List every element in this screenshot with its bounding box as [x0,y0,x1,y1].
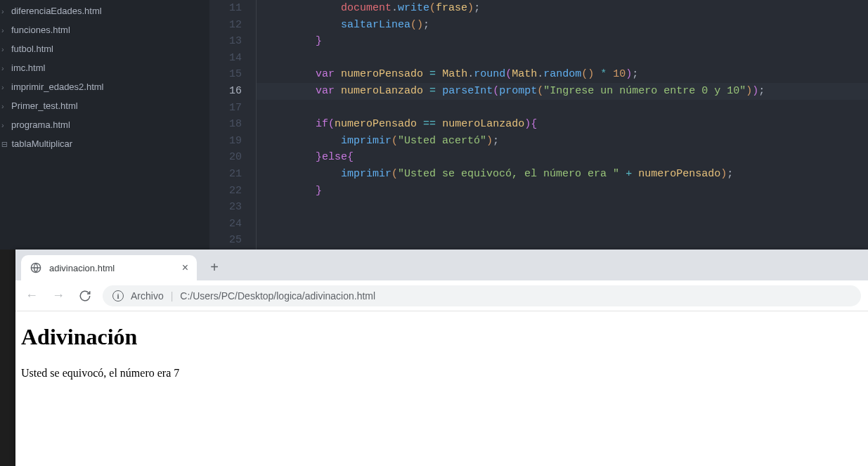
code-pane: 111213141516171819202122232425 document.… [209,0,868,250]
back-button[interactable]: ← [22,287,41,305]
line-number: 18 [209,116,242,133]
chevron-right-icon: › [1,26,7,34]
file-tree-label: diferenciaEdades.html [11,6,102,16]
file-tree-item[interactable]: ›Primer_test.html [0,96,209,115]
code-line[interactable]: }else{ [257,149,868,166]
reload-button[interactable] [76,287,94,305]
file-tree-item[interactable]: ›funciones.html [0,20,209,39]
file-tree-label: tablaMultiplicar [11,138,72,149]
browser-tab[interactable]: adivinacion.html × [21,255,197,280]
url-scheme: Archivo [131,290,164,302]
line-number: 21 [209,166,242,183]
new-tab-button[interactable]: + [204,257,225,278]
code-line[interactable]: if(numeroPensado == numeroLanzado){ [257,116,868,133]
file-tree-item[interactable]: ›imprimir_edades2.html [0,77,209,96]
line-number: 11 [209,0,242,17]
line-number: 14 [209,50,242,67]
page-heading: Adivinación [21,324,862,350]
file-tree-label: funciones.html [11,25,70,35]
file-tree-item[interactable]: ›programa.html [0,115,209,134]
code-line[interactable] [257,232,868,249]
chevron-right-icon: › [1,83,7,91]
line-number: 25 [209,232,242,249]
info-icon[interactable]: i [112,290,124,302]
code-line[interactable]: document.write(frase); [257,0,868,17]
line-number-gutter: 111213141516171819202122232425 [209,0,256,250]
browser-window: adivinacion.html × + ← → i Archivo | C:/… [15,250,868,466]
browser-toolbar: ← → i Archivo | C:/Users/PC/Desktop/logi… [15,280,868,311]
file-explorer: ›diferenciaEdades.html›funciones.html›fu… [0,0,209,250]
url-separator: | [171,290,174,302]
rendered-page: Adivinación Usted se equivocó, el número… [15,311,868,466]
line-number: 24 [209,216,242,233]
line-number: 22 [209,183,242,200]
code-line[interactable] [257,216,868,233]
code-line[interactable]: var numeroLanzado = parseInt(prompt("Ing… [257,83,868,100]
line-number: 17 [209,100,242,117]
code-line[interactable]: saltarLinea(); [257,17,868,34]
line-number: 23 [209,199,242,216]
line-number: 20 [209,149,242,166]
code-line[interactable]: var numeroPensado = Math.round(Math.rand… [257,66,868,83]
file-tree-label: imprimir_edades2.html [11,82,104,92]
code-editor: ›diferenciaEdades.html›funciones.html›fu… [0,0,868,250]
file-tree-item[interactable]: ›imc.html [0,58,209,77]
line-number: 13 [209,33,242,50]
chevron-right-icon: › [1,7,7,15]
file-tree-item[interactable]: ›diferenciaEdades.html [0,1,209,20]
file-tree-label: Primer_test.html [11,101,78,111]
close-tab-icon[interactable]: × [182,261,188,274]
line-number: 19 [209,133,242,150]
code-line[interactable]: } [257,33,868,50]
browser-tabstrip: adivinacion.html × + [15,250,868,280]
line-number: 16 [209,83,242,100]
code-line[interactable]: imprimir("Usted acertó"); [257,133,868,150]
code-content[interactable]: document.write(frase); saltarLinea(); } … [256,0,868,250]
line-number: 12 [209,17,242,34]
code-line[interactable] [257,100,868,117]
file-tree-item[interactable]: ⊟tablaMultiplicar [0,134,209,153]
folder-icon: ⊟ [1,138,7,150]
file-tree-label: imc.html [11,63,45,73]
url-path: C:/Users/PC/Desktop/logica/adivinacion.h… [180,290,375,302]
chevron-right-icon: › [1,121,7,129]
code-line[interactable] [257,50,868,67]
file-tree-label: programa.html [11,119,70,130]
code-line[interactable] [257,199,868,216]
code-line[interactable]: } [257,183,868,200]
chevron-right-icon: › [1,64,7,72]
chevron-right-icon: › [1,45,7,53]
file-tree-label: futbol.html [11,44,53,54]
page-output: Usted se equivocó, el número era 7 [21,367,862,380]
line-number: 15 [209,66,242,83]
code-line[interactable]: imprimir("Usted se equivocó, el número e… [257,166,868,183]
file-tree-item[interactable]: ›futbol.html [0,39,209,58]
address-bar[interactable]: i Archivo | C:/Users/PC/Desktop/logica/a… [103,285,861,306]
globe-icon [30,261,42,274]
tab-title: adivinacion.html [49,263,115,273]
forward-button[interactable]: → [49,287,67,305]
chevron-right-icon: › [1,102,7,110]
